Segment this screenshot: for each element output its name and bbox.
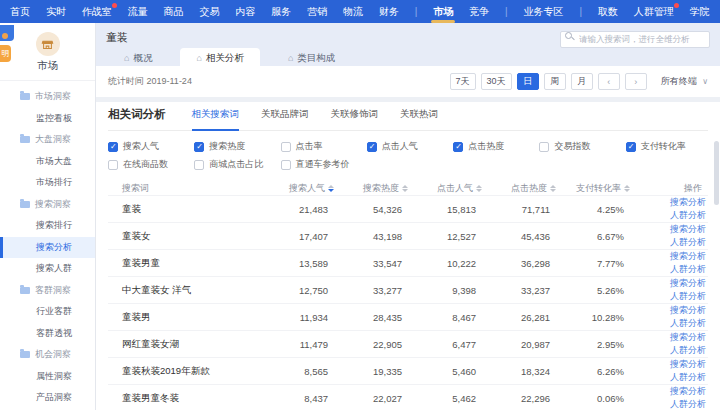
sidebar-item[interactable]: 市场大盘 xyxy=(0,151,95,173)
sidebar-item[interactable]: 客群透视 xyxy=(0,323,95,345)
search-popularity-value: 8,437 xyxy=(276,393,350,404)
keyword-tab[interactable]: ⌂ 类目构成 xyxy=(272,48,351,70)
click-heat-value: 20,987 xyxy=(498,339,572,350)
nav-item[interactable]: 业务专区 xyxy=(524,0,564,23)
sidebar-item[interactable]: 市场排行 xyxy=(0,172,95,194)
date-range-button[interactable]: 月 xyxy=(571,73,593,90)
metric-checkbox[interactable]: 直通车参考价 xyxy=(281,158,363,171)
sidebar-item[interactable]: 搜索分析 xyxy=(0,237,95,259)
nav-item[interactable]: 营销 xyxy=(307,0,327,23)
sidebar-item[interactable]: 行业客群 xyxy=(0,301,95,323)
panel-tab[interactable]: 相关搜索词 xyxy=(192,108,240,131)
keyword-cell[interactable]: 童装女 xyxy=(108,230,276,243)
nav-item[interactable]: 内容 xyxy=(235,0,255,23)
crowd-analysis-link[interactable]: 人群分析 xyxy=(670,318,706,329)
keyword-cell[interactable]: 网红童装女潮 xyxy=(108,338,276,351)
nav-item[interactable]: 学院 xyxy=(690,0,710,23)
date-range-button[interactable]: 7天 xyxy=(450,73,476,90)
nav-item[interactable]: 竞争 xyxy=(469,0,489,23)
sidebar-item[interactable]: 监控看板 xyxy=(0,108,95,130)
sort-icon[interactable] xyxy=(476,185,482,192)
keyword-cell[interactable]: 童装男 xyxy=(108,311,276,324)
col-search-popularity[interactable]: 搜索人气 xyxy=(276,182,350,195)
nav-item[interactable]: 服务 xyxy=(271,0,291,23)
sidebar-item[interactable]: 产品洞察 xyxy=(0,387,95,409)
nav-item[interactable]: 实时 xyxy=(46,0,66,23)
keyword-cell[interactable]: 童装男童 xyxy=(108,257,276,270)
search-analysis-link[interactable]: 搜索分析 xyxy=(670,386,706,397)
nav-item[interactable]: 首页 xyxy=(10,0,30,23)
metric-checkbox[interactable]: 交易指数 xyxy=(539,140,621,153)
search-analysis-link[interactable]: 搜索分析 xyxy=(670,305,706,316)
nav-item[interactable]: 市场 xyxy=(433,0,453,23)
nav-item[interactable]: 人群管理 xyxy=(634,0,674,23)
metric-checkbox[interactable]: 点击率 xyxy=(281,140,363,153)
keyword-cell[interactable]: 童装 xyxy=(108,203,276,216)
search-popularity-value: 8,565 xyxy=(276,366,350,377)
sidebar-item[interactable]: 搜索排行 xyxy=(0,215,95,237)
nav-item[interactable]: 财务 xyxy=(379,0,399,23)
search-heat-value: 19,335 xyxy=(350,366,424,377)
sort-icon[interactable] xyxy=(550,185,556,192)
search-input[interactable] xyxy=(560,31,710,48)
date-range-button[interactable]: 周 xyxy=(544,73,566,90)
crowd-analysis-link[interactable]: 人群分析 xyxy=(670,237,706,248)
sort-desc-icon[interactable] xyxy=(328,185,334,192)
metric-checkbox[interactable]: 点击热度 xyxy=(453,140,535,153)
keyword-cell[interactable]: 童装秋装2019年新款 xyxy=(108,365,276,378)
nav-item[interactable]: 物流 xyxy=(343,0,363,23)
search-analysis-link[interactable]: 搜索分析 xyxy=(670,197,706,208)
col-click-popularity[interactable]: 点击人气 xyxy=(424,182,498,195)
crowd-analysis-link[interactable]: 人群分析 xyxy=(670,264,706,275)
search-analysis-link[interactable]: 搜索分析 xyxy=(670,332,706,343)
date-range-button[interactable]: 日 xyxy=(517,73,539,90)
date-range-button[interactable]: 30天 xyxy=(481,73,512,90)
crowd-analysis-link[interactable]: 人群分析 xyxy=(670,291,706,302)
sort-icon[interactable] xyxy=(402,185,408,192)
sidebar-item[interactable]: 搜索人群 xyxy=(0,258,95,280)
panel-tab[interactable]: 关联修饰词 xyxy=(331,108,379,130)
side-ribbon[interactable]: 明 xyxy=(0,45,11,62)
search-analysis-link[interactable]: 搜索分析 xyxy=(670,278,706,289)
date-range-button[interactable]: ‹ xyxy=(598,73,620,90)
sidebar-item[interactable]: 属性洞察 xyxy=(0,366,95,388)
search-analysis-link[interactable]: 搜索分析 xyxy=(670,359,706,370)
keyword-tab[interactable]: ⌂ 相关分析 xyxy=(180,48,259,70)
crowd-analysis-link[interactable]: 人群分析 xyxy=(670,210,706,221)
panel-tab[interactable]: 关联品牌词 xyxy=(261,108,309,130)
tab-label: 相关分析 xyxy=(206,52,244,65)
main-area: 童装 ⌂ 概况 ⌂ 相关分析 ⌂ 类目构成 xyxy=(96,23,720,410)
panel-tab[interactable]: 关联热词 xyxy=(400,108,438,130)
nav-item[interactable]: 交易 xyxy=(199,0,219,23)
col-search-heat[interactable]: 搜索热度 xyxy=(350,182,424,195)
metric-checkbox[interactable]: 搜索热度 xyxy=(194,140,276,153)
keyword-cell[interactable]: 童装男童冬装 xyxy=(108,392,276,405)
date-range-button[interactable]: › xyxy=(625,73,647,90)
crowd-analysis-link[interactable]: 人群分析 xyxy=(670,372,706,383)
metric-checkbox[interactable]: 点击人气 xyxy=(367,140,449,153)
click-popularity-value: 5,462 xyxy=(424,393,498,404)
pay-conversion-value: 2.95% xyxy=(572,339,646,350)
metric-checkbox[interactable]: 搜索人气 xyxy=(108,140,190,153)
scrollbar[interactable] xyxy=(714,141,719,205)
crowd-analysis-link[interactable]: 人群分析 xyxy=(670,345,706,356)
nav-item[interactable]: 作战室 xyxy=(82,0,112,23)
sidebar-item: 市场洞察 xyxy=(0,86,95,108)
nav-item[interactable]: 流量 xyxy=(128,0,148,23)
col-click-heat[interactable]: 点击热度 xyxy=(498,182,572,195)
keyword-tab[interactable]: ⌂ 概况 xyxy=(108,48,168,70)
keyword-cell[interactable]: 中大童装女 洋气 xyxy=(108,284,276,297)
checkbox-label: 搜索热度 xyxy=(209,140,245,153)
terminal-dropdown[interactable]: 所有终端 ∨ xyxy=(661,75,708,88)
metric-checkbox[interactable]: 支付转化率 xyxy=(626,140,708,153)
checkbox-label: 在线商品数 xyxy=(123,158,168,171)
metric-checkbox[interactable]: 在线商品数 xyxy=(108,158,190,171)
search-analysis-link[interactable]: 搜索分析 xyxy=(670,251,706,262)
crowd-analysis-link[interactable]: 人群分析 xyxy=(670,399,706,410)
metric-checkbox[interactable]: 商城点击占比 xyxy=(194,158,276,171)
search-analysis-link[interactable]: 搜索分析 xyxy=(670,224,706,235)
sort-icon[interactable] xyxy=(624,185,630,192)
nav-item[interactable]: 商品 xyxy=(164,0,184,23)
nav-item[interactable]: 取数 xyxy=(598,0,618,23)
col-pay-conversion[interactable]: 支付转化率 xyxy=(572,182,646,195)
